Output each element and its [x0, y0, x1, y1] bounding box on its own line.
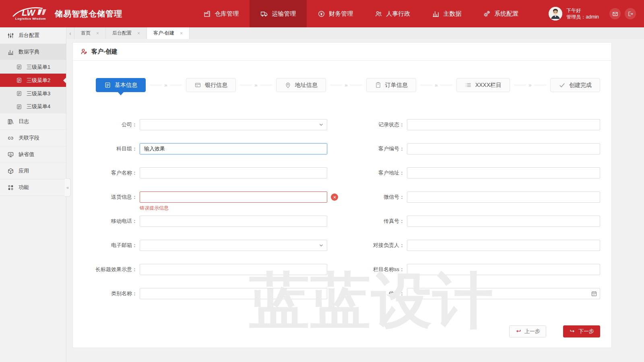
field-label: 信息：	[337, 290, 405, 297]
error-message: 错误提示信息	[140, 205, 169, 212]
field-customer-number: 客户编号：	[337, 143, 600, 154]
step-label: 订单信息	[385, 82, 408, 89]
sidebar-item-submenu-4[interactable]: 三级菜单4	[0, 100, 66, 113]
field-label: 长标题效果示意：	[73, 266, 137, 273]
sidebar-collapse-handle[interactable]: «	[65, 178, 71, 197]
tab-backend-config[interactable]: 后台配置 ×	[106, 27, 147, 39]
logs-icon	[7, 118, 14, 125]
nav-finance[interactable]: 财务管理	[307, 0, 364, 27]
next-step-button[interactable]: 下一步	[563, 325, 600, 337]
fax-number-input[interactable]	[407, 216, 600, 227]
close-icon[interactable]: ×	[137, 31, 140, 36]
record-status-input[interactable]	[407, 119, 600, 130]
field-label: 科目组：	[73, 145, 137, 152]
column-name-ss-input[interactable]	[407, 264, 600, 275]
customer-name-input[interactable]	[140, 167, 327, 179]
prev-step-button[interactable]: 上一步	[509, 325, 546, 337]
step-bank-info[interactable]: 银行信息	[186, 78, 236, 92]
mail-button[interactable]	[609, 8, 621, 19]
nav-warehouse[interactable]: 仓库管理	[192, 0, 250, 27]
check-icon	[559, 82, 566, 88]
app-header: LW Logistics Wisdom 储易智慧仓储管理 仓库管理 运输管理 财…	[0, 0, 644, 27]
step-basic-info[interactable]: 基本信息	[96, 78, 146, 92]
nav-hr[interactable]: 人事行政	[364, 0, 421, 27]
tab-label: 后台配置	[112, 30, 132, 37]
chevron-double-icon: »	[528, 82, 531, 88]
info-date-input[interactable]	[407, 288, 600, 299]
field-label: 送货信息：	[73, 193, 137, 201]
finance-icon	[318, 10, 325, 18]
step-connector: »	[150, 82, 182, 88]
gear-icon	[483, 10, 491, 18]
step-create-complete[interactable]: 创建完成	[550, 78, 600, 92]
sidebar-item-functions[interactable]: 功能	[0, 179, 66, 196]
field-label: 电子邮箱：	[73, 242, 137, 249]
step-connector: »	[330, 82, 362, 88]
step-xxxx-column[interactable]: XXXX栏目	[456, 78, 510, 92]
sidebar-item-application[interactable]: 应用	[0, 163, 66, 179]
field-label: 客户名称：	[73, 169, 137, 177]
field-label: 记录状态：	[337, 121, 405, 128]
truck-icon	[260, 10, 268, 18]
sidebar-item-submenu-2[interactable]: 三级菜单2	[0, 74, 66, 87]
field-label: 栏目名称ss：	[337, 266, 405, 273]
tab-home[interactable]: 首页 ×	[74, 27, 106, 39]
nav-label: 人事行政	[386, 10, 410, 18]
footer-buttons: 上一步 下一步	[509, 325, 600, 337]
wechat-id-input[interactable]	[407, 191, 600, 203]
monitor-icon	[7, 151, 14, 158]
field-label: 公司：	[73, 121, 137, 128]
step-address-info[interactable]: 地址信息	[276, 78, 326, 92]
nav-label: 仓库管理	[215, 10, 239, 18]
calendar-icon[interactable]	[591, 290, 597, 297]
chevron-double-icon: »	[345, 82, 347, 88]
document-icon	[104, 82, 111, 88]
field-mobile-phone: 移动电话：	[73, 216, 327, 227]
document-icon	[16, 90, 22, 97]
customer-number-input[interactable]	[407, 143, 600, 154]
customer-edit-icon	[80, 48, 88, 56]
sidebar-item-submenu-3[interactable]: 三级菜单3	[0, 87, 66, 100]
sidebar-item-data-dictionary[interactable]: 数据字典	[0, 44, 66, 60]
sidebar-item-label: 三级菜单4	[27, 103, 50, 110]
step-connector: »	[514, 82, 546, 88]
mobile-phone-input[interactable]	[140, 216, 327, 227]
customer-address-input[interactable]	[407, 167, 600, 179]
sidebar-item-logs[interactable]: 日志	[0, 113, 66, 130]
nav-masterdata[interactable]: 主数据	[421, 0, 472, 27]
sidebar-item-label: 关联字段	[19, 134, 39, 142]
tab-customer-create[interactable]: 客户-创建 ×	[147, 27, 190, 39]
grid-dots-icon	[7, 184, 14, 191]
location-pin-icon	[285, 82, 291, 88]
nav-label: 运输管理	[272, 10, 296, 18]
nav-transport[interactable]: 运输管理	[250, 0, 307, 27]
sidebar-item-submenu-1[interactable]: 三级菜单1	[0, 60, 66, 74]
logout-button[interactable]	[625, 8, 636, 19]
user-greeting-block: 下午好 管理员：admin	[566, 7, 599, 20]
long-title-input[interactable]	[140, 264, 327, 275]
tab-scroll-back-button[interactable]: ‹	[66, 27, 74, 39]
close-icon[interactable]: ×	[96, 31, 99, 36]
step-order-info[interactable]: 订单信息	[366, 78, 416, 92]
nav-system-config[interactable]: 系统配置	[472, 0, 529, 27]
close-icon[interactable]: ×	[180, 31, 183, 36]
category-name-input[interactable]	[140, 288, 327, 299]
company-select[interactable]	[140, 119, 327, 130]
sidebar-item-default-values[interactable]: 缺省值	[0, 146, 66, 163]
prev-step-label: 上一步	[524, 328, 540, 335]
email-select[interactable]	[140, 240, 327, 251]
nav-label: 系统配置	[494, 10, 518, 18]
user-identity: 管理员：admin	[566, 14, 599, 20]
sidebar-item-label: 数据字典	[19, 48, 39, 56]
field-fax-number: 传真号：	[337, 216, 600, 227]
avatar[interactable]	[549, 7, 562, 21]
main-card: 客户-创建 基本信息 » 银行信息 » 地址信息	[72, 42, 612, 348]
sidebar-item-backend-config[interactable]: 后台配置	[0, 27, 66, 44]
logo-text: LW	[22, 8, 36, 18]
field-email: 电子邮箱：	[73, 240, 327, 251]
contact-person-input[interactable]	[407, 240, 600, 251]
document-icon	[16, 104, 22, 110]
subject-group-input[interactable]	[140, 143, 327, 154]
delivery-info-input[interactable]	[140, 191, 327, 203]
sidebar-item-linked-fields[interactable]: 关联字段	[0, 130, 66, 146]
